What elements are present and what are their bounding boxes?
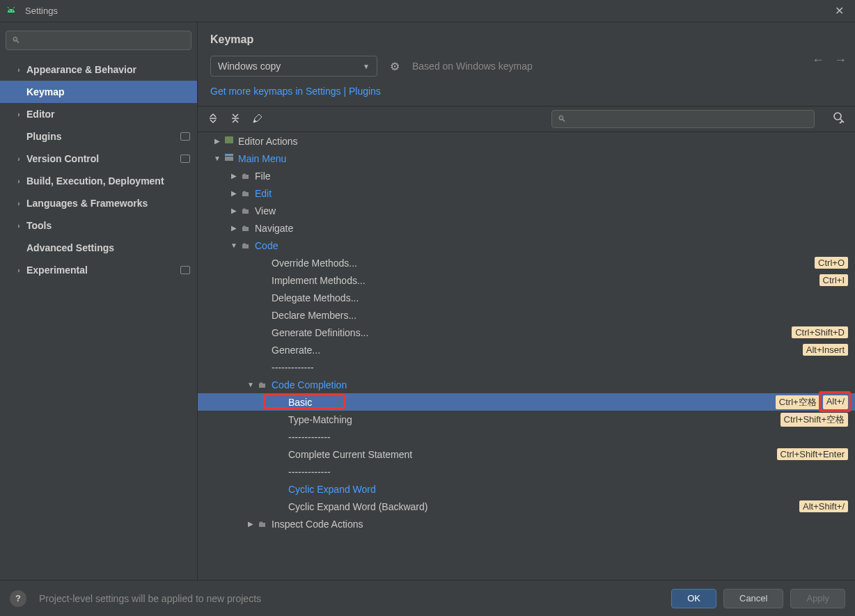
- sidebar-item-label: Editor: [26, 109, 190, 120]
- menu-icon: [223, 152, 235, 164]
- search-icon: 🔍︎: [12, 35, 20, 45]
- tree-row[interactable]: Declare Members...: [198, 306, 855, 324]
- folder-icon: 🖿: [240, 206, 252, 216]
- tree-row[interactable]: -------------: [198, 358, 855, 376]
- sidebar-item-version-control[interactable]: ›Version Control: [0, 148, 197, 170]
- tree-item-label: Complete Current Statement: [288, 449, 777, 460]
- sidebar-item-label: Keymap: [26, 86, 190, 97]
- titlebar: Settings ✕: [0, 0, 855, 22]
- chevron-right-icon: ▶: [228, 189, 240, 197]
- tree-row[interactable]: ▶🖿View: [198, 202, 855, 219]
- tree-row[interactable]: ▶🖿File: [198, 167, 855, 184]
- sidebar-item-plugins[interactable]: Plugins: [0, 125, 197, 148]
- tree-row[interactable]: ▼🖿Code: [198, 237, 855, 254]
- sidebar-item-label: Appearance & Behavior: [26, 64, 190, 75]
- cancel-button[interactable]: Cancel: [723, 589, 783, 608]
- folder-icon: 🖿: [256, 380, 269, 390]
- action-tree[interactable]: ▶Editor Actions▼Main Menu▶🖿File▶🖿Edit▶🖿V…: [198, 132, 855, 580]
- tree-item-label: -------------: [288, 466, 848, 477]
- shortcut-badge: Ctrl+Shift+Enter: [777, 448, 849, 460]
- footer: ? Project-level settings will be applied…: [0, 580, 855, 616]
- close-icon[interactable]: ✕: [829, 1, 849, 20]
- search-icon: 🔍︎: [558, 114, 566, 124]
- chevron-right-icon: ›: [14, 177, 24, 185]
- tree-row[interactable]: ▶🖿Inspect Code Actions: [198, 515, 855, 532]
- editor-actions-icon: [223, 135, 235, 147]
- tree-row[interactable]: ▼🖿Code Completion: [198, 376, 855, 393]
- sidebar-item-tools[interactable]: ›Tools: [0, 214, 197, 237]
- sidebar-item-label: Plugins: [26, 131, 180, 142]
- tree-row[interactable]: Generate Definitions...Ctrl+Shift+D: [198, 324, 855, 341]
- tree-row[interactable]: Complete Current StatementCtrl+Shift+Ent…: [198, 445, 855, 463]
- shortcut-badge: Ctrl+I: [819, 274, 848, 286]
- chevron-down-icon: ▼: [228, 242, 240, 249]
- sidebar-item-keymap[interactable]: Keymap: [0, 81, 197, 103]
- sidebar-search-input[interactable]: 🔍︎: [6, 31, 191, 50]
- tree-row[interactable]: Cyclic Expand Word: [198, 480, 855, 498]
- tree-row[interactable]: Implement Methods...Ctrl+I: [198, 271, 855, 289]
- edit-icon[interactable]: [252, 113, 263, 126]
- tree-item-label: Basic: [288, 397, 776, 408]
- chevron-right-icon: ▶: [228, 172, 240, 180]
- shortcut-badge: Ctrl+Shift+D: [792, 326, 848, 338]
- tree-row[interactable]: -------------: [198, 463, 855, 480]
- folder-icon: 🖿: [240, 189, 252, 198]
- shortcut-badge: Ctrl+Shift+空格: [781, 413, 848, 427]
- tree-row[interactable]: Cyclic Expand Word (Backward)Alt+Shift+/: [198, 498, 855, 515]
- tree-item-label: Navigate: [255, 223, 848, 234]
- tree-row[interactable]: ▶🖿Navigate: [198, 219, 855, 237]
- find-by-shortcut-icon[interactable]: [833, 111, 845, 127]
- window-title: Settings: [25, 6, 58, 16]
- get-more-keymaps-link[interactable]: Get more keymaps in Settings | Plugins: [210, 86, 381, 97]
- tree-row[interactable]: Generate...Alt+Insert: [198, 341, 855, 358]
- sidebar-item-label: Experimental: [26, 264, 180, 276]
- action-search-input[interactable]: 🔍︎: [551, 110, 815, 128]
- chevron-down-icon: ▼: [212, 155, 223, 162]
- chevron-down-icon: ▼: [363, 63, 370, 70]
- expand-all-icon[interactable]: [207, 113, 219, 126]
- tree-item-label: Edit: [255, 188, 848, 199]
- shortcut-badge: Alt+Insert: [803, 344, 848, 356]
- tree-row[interactable]: BasicCtrl+空格Alt+/: [198, 393, 855, 411]
- chevron-right-icon: ›: [14, 155, 24, 163]
- tree-item-label: Delegate Methods...: [272, 292, 848, 303]
- sidebar-item-editor[interactable]: ›Editor: [0, 103, 197, 125]
- sidebar: 🔍︎ ›Appearance & BehaviorKeymap›EditorPl…: [0, 22, 198, 580]
- tree-item-label: View: [255, 205, 848, 216]
- tree-row[interactable]: Override Methods...Ctrl+O: [198, 254, 855, 271]
- collapse-all-icon[interactable]: [230, 113, 241, 126]
- sidebar-item-label: Version Control: [26, 153, 180, 164]
- shortcut-badge: Alt+Shift+/: [799, 500, 848, 512]
- tree-item-label: Main Menu: [238, 153, 848, 164]
- tree-item-label: Override Methods...: [272, 258, 815, 269]
- ok-button[interactable]: OK: [671, 589, 716, 608]
- tree-row[interactable]: -------------: [198, 428, 855, 445]
- svg-line-2: [8, 7, 8, 8]
- chevron-right-icon: ›: [14, 200, 24, 207]
- tree-item-label: Implement Methods...: [272, 275, 819, 286]
- sidebar-item-languages-frameworks[interactable]: ›Languages & Frameworks: [0, 192, 197, 214]
- sidebar-item-experimental[interactable]: ›Experimental: [0, 259, 197, 281]
- tree-row[interactable]: Type-MatchingCtrl+Shift+空格: [198, 411, 855, 428]
- tree-row[interactable]: ▼Main Menu: [198, 150, 855, 167]
- tree-row[interactable]: Delegate Methods...: [198, 289, 855, 306]
- sidebar-item-appearance-behavior[interactable]: ›Appearance & Behavior: [0, 58, 197, 81]
- chevron-right-icon: ›: [14, 222, 24, 230]
- tree-item-label: Editor Actions: [238, 136, 848, 147]
- chevron-right-icon: ›: [14, 66, 24, 74]
- svg-point-0: [9, 10, 10, 11]
- apply-button[interactable]: Apply: [790, 589, 845, 608]
- sidebar-item-label: Tools: [26, 220, 190, 231]
- tree-item-label: Cyclic Expand Word (Backward): [288, 501, 799, 512]
- help-icon[interactable]: ?: [10, 590, 26, 607]
- gear-icon[interactable]: ⚙: [390, 60, 400, 73]
- tree-row[interactable]: ▶🖿Edit: [198, 184, 855, 202]
- tree-row[interactable]: ▶Editor Actions: [198, 132, 855, 150]
- sidebar-item-advanced-settings[interactable]: Advanced Settings: [0, 237, 197, 259]
- tree-item-label: File: [255, 171, 848, 182]
- keymap-select[interactable]: Windows copy ▼: [210, 56, 377, 77]
- shortcut-badge: Alt+/: [823, 395, 848, 409]
- back-icon[interactable]: ←: [812, 53, 824, 68]
- sidebar-item-build-execution-deployment[interactable]: ›Build, Execution, Deployment: [0, 170, 197, 192]
- forward-icon[interactable]: →: [834, 53, 847, 68]
